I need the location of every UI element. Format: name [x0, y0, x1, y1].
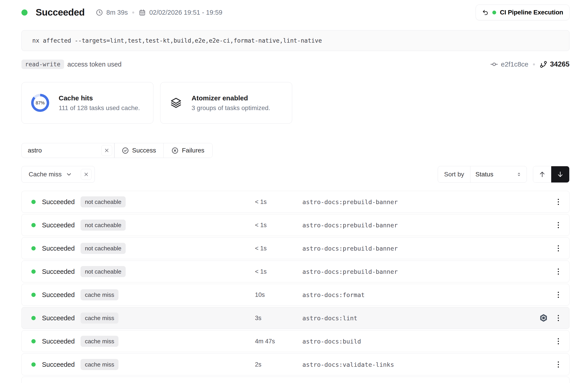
close-icon: [104, 148, 109, 153]
task-status-label: Succeeded: [42, 291, 75, 298]
task-cache-badge: cache miss: [81, 336, 118, 347]
task-menu-button[interactable]: [556, 221, 560, 229]
task-cache-badge: cache miss: [81, 312, 118, 323]
task-row[interactable]: Succeeded not cacheable < 1s astro-docs:…: [21, 214, 569, 236]
filter-success-button[interactable]: Success: [115, 143, 163, 158]
pipeline-status-dot: [492, 11, 496, 14]
task-status-dot: [31, 339, 36, 343]
sort-descending-button[interactable]: [551, 166, 569, 182]
task-name: astro-docs:prebuild-banner: [302, 268, 398, 275]
branch-icon: [540, 60, 547, 68]
task-actions: [556, 244, 560, 253]
cache-donut-label: 87%: [34, 96, 47, 109]
token-text: access token used: [67, 61, 122, 68]
sort-direction-group: [533, 166, 569, 183]
header-meta: 8m 39s 02/02/2026 19:51 - 19:59: [96, 9, 222, 16]
task-menu-button[interactable]: [556, 337, 560, 345]
check-circle-icon: [122, 147, 129, 154]
token-scope-badge: read-write: [21, 60, 64, 69]
task-menu-button[interactable]: [556, 314, 560, 322]
task-row[interactable]: Succeeded cache miss 4m 47s astro-docs:b…: [21, 330, 569, 352]
pipeline-button-label: CI Pipeline Execution: [500, 9, 563, 16]
task-cache-badge: not cacheable: [81, 196, 126, 207]
cache-miss-dropdown[interactable]: Cache miss: [29, 171, 72, 178]
separator-dot: [132, 12, 134, 14]
commit-info[interactable]: e2f1c8ce: [490, 60, 528, 68]
atomizer-card-subtitle: 3 groups of tasks optimized.: [191, 104, 270, 112]
task-status-dot: [31, 316, 36, 320]
failures-label: Failures: [182, 147, 204, 154]
pipeline-execution-button[interactable]: CI Pipeline Execution: [476, 4, 569, 20]
task-row[interactable]: Succeeded 1s astro-docs:e2e (17): [21, 377, 569, 383]
task-row[interactable]: Succeeded cache miss 3s astro-docs:lint: [21, 307, 569, 329]
atomizer-card: Atomizer enabled 3 groups of tasks optim…: [160, 82, 292, 124]
task-actions: [539, 314, 560, 322]
task-menu-button[interactable]: [556, 360, 560, 369]
task-menu-button[interactable]: [556, 267, 560, 276]
task-name: astro-docs:prebuild-banner: [302, 222, 398, 228]
sort-value: Status: [475, 171, 493, 178]
select-chevrons-icon: [516, 172, 522, 177]
task-row[interactable]: Succeeded not cacheable < 1s astro-docs:…: [21, 237, 569, 259]
task-menu-button[interactable]: [556, 197, 560, 206]
cache-hits-card: 87% Cache hits 111 of 128 tasks used cac…: [21, 82, 153, 124]
clear-search-button[interactable]: [101, 145, 112, 156]
sort-ascending-button[interactable]: [533, 166, 551, 182]
task-status-dot: [31, 200, 36, 204]
task-row[interactable]: Succeeded not cacheable < 1s astro-docs:…: [21, 261, 569, 282]
task-name: astro-docs:validate-links: [302, 361, 394, 368]
filter-bar: Success Failures: [21, 143, 212, 158]
back-arrow-icon: [482, 9, 489, 16]
calendar-icon: [139, 9, 146, 16]
cache-card-text: Cache hits 111 of 128 tasks used cache.: [59, 94, 140, 112]
branch-info[interactable]: 34265: [540, 60, 569, 68]
layers-icon: [170, 97, 182, 109]
task-name: astro-docs:prebuild-banner: [302, 245, 398, 252]
date-meta: 02/02/2026 19:51 - 19:59: [139, 9, 222, 16]
duration-text: 8m 39s: [106, 9, 128, 16]
task-cache-badge: not cacheable: [81, 220, 126, 231]
task-name: astro-docs:build: [302, 338, 361, 345]
atomizer-card-title: Atomizer enabled: [191, 94, 270, 102]
filter-failures-button[interactable]: Failures: [164, 143, 212, 158]
pipeline-execution-page: Succeeded 8m 39s 02/02/2026 19:51 - 19:5…: [21, 4, 569, 383]
hexagon-icon[interactable]: [539, 314, 548, 322]
task-status-label: Succeeded: [42, 268, 75, 275]
task-menu-button[interactable]: [556, 244, 560, 253]
task-cache-badge: cache miss: [81, 359, 118, 370]
x-circle-icon: [171, 147, 178, 154]
task-actions: [556, 197, 560, 206]
arrow-down-icon: [557, 171, 564, 178]
task-row[interactable]: Succeeded not cacheable < 1s astro-docs:…: [21, 191, 569, 213]
task-actions: [556, 290, 560, 299]
vcs-info: e2f1c8ce 34265: [490, 60, 569, 68]
task-status-cell: Succeeded cache miss: [31, 312, 118, 323]
task-duration: 10s: [255, 291, 265, 298]
task-status-cell: Succeeded not cacheable: [31, 243, 126, 254]
commit-icon: [490, 60, 498, 68]
task-status-label: Succeeded: [42, 244, 75, 252]
token-row: read-write access token used e2f1c8ce 34…: [21, 60, 569, 69]
separator-dot: [533, 63, 535, 65]
chevron-down-icon: [66, 171, 72, 178]
sort-select[interactable]: Status: [470, 166, 527, 182]
header: Succeeded 8m 39s 02/02/2026 19:51 - 19:5…: [21, 4, 569, 20]
task-row[interactable]: Succeeded cache miss 2s astro-docs:valid…: [21, 353, 569, 375]
search-input[interactable]: [28, 147, 95, 154]
task-status-cell: Succeeded cache miss: [31, 289, 118, 300]
atomizer-card-text: Atomizer enabled 3 groups of tasks optim…: [191, 94, 270, 112]
clear-cache-filter-button[interactable]: [81, 169, 92, 180]
cache-miss-filter: Cache miss: [21, 166, 95, 183]
task-status-dot: [31, 293, 36, 297]
task-actions: [556, 360, 560, 369]
sort-by-label: Sort by: [438, 166, 470, 182]
task-list: Succeeded not cacheable < 1s astro-docs:…: [21, 191, 569, 383]
cache-card-title: Cache hits: [59, 94, 140, 102]
task-menu-button[interactable]: [556, 290, 560, 299]
command-box: nx affected --targets=lint,test,test-kt,…: [21, 30, 569, 51]
task-status-label: Succeeded: [42, 337, 75, 345]
task-row[interactable]: Succeeded cache miss 10s astro-docs:form…: [21, 284, 569, 306]
task-name: astro-docs:prebuild-banner: [302, 198, 398, 205]
task-duration: < 1s: [255, 198, 267, 205]
task-actions: [556, 337, 560, 345]
